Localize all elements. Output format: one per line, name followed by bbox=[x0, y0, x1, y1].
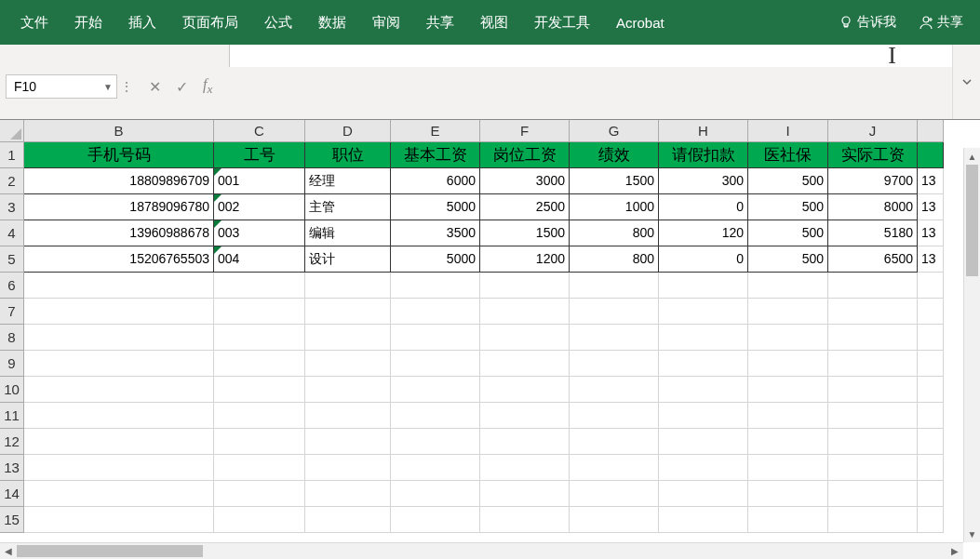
cell-G12[interactable] bbox=[570, 429, 659, 455]
cell-B11[interactable] bbox=[24, 403, 214, 429]
cell-K10[interactable] bbox=[918, 377, 944, 403]
ribbon-tab-file[interactable]: 文件 bbox=[7, 0, 61, 45]
cell-H1[interactable]: 请假扣款 bbox=[659, 142, 748, 168]
cell-J2[interactable]: 9700 bbox=[828, 168, 918, 194]
cell-F11[interactable] bbox=[480, 403, 570, 429]
col-header-J[interactable]: J bbox=[828, 120, 918, 142]
row-header-4[interactable]: 4 bbox=[0, 220, 24, 246]
row-header-14[interactable]: 14 bbox=[0, 481, 24, 507]
cell-D7[interactable] bbox=[305, 299, 391, 325]
cell-H5[interactable]: 0 bbox=[659, 246, 748, 273]
name-box[interactable]: ▼ bbox=[6, 74, 117, 99]
cell-B1[interactable]: 手机号码 bbox=[24, 142, 214, 168]
formula-bar-expand[interactable] bbox=[952, 45, 980, 119]
cell-C3[interactable]: 002 bbox=[214, 194, 305, 220]
cell-C8[interactable] bbox=[214, 325, 305, 351]
ribbon-tab-formulas[interactable]: 公式 bbox=[251, 0, 305, 45]
confirm-icon[interactable]: ✓ bbox=[176, 78, 188, 96]
cell-B14[interactable] bbox=[24, 481, 214, 507]
cell-J7[interactable] bbox=[828, 299, 918, 325]
cell-G4[interactable]: 800 bbox=[570, 220, 659, 246]
namebox-resize-handle[interactable]: ⋮ bbox=[121, 74, 132, 99]
row-header-6[interactable]: 6 bbox=[0, 273, 24, 299]
cell-H13[interactable] bbox=[659, 455, 748, 481]
cell-E9[interactable] bbox=[391, 351, 480, 377]
cell-G15[interactable] bbox=[570, 507, 659, 533]
cell-E6[interactable] bbox=[391, 273, 480, 299]
horizontal-scrollbar[interactable]: ◀ ▶ bbox=[0, 542, 963, 559]
cell-E4[interactable]: 3500 bbox=[391, 220, 480, 246]
cell-H14[interactable] bbox=[659, 481, 748, 507]
row-header-10[interactable]: 10 bbox=[0, 377, 24, 403]
cell-I12[interactable] bbox=[748, 429, 828, 455]
row-header-13[interactable]: 13 bbox=[0, 455, 24, 481]
col-header-C[interactable]: C bbox=[214, 120, 305, 142]
cell-B4[interactable]: 13960988678 bbox=[24, 220, 214, 246]
cell-D1[interactable]: 职位 bbox=[305, 142, 391, 168]
cell-G11[interactable] bbox=[570, 403, 659, 429]
col-header-F[interactable]: F bbox=[480, 120, 570, 142]
cell-F9[interactable] bbox=[480, 351, 570, 377]
cell-B8[interactable] bbox=[24, 325, 214, 351]
row-header-7[interactable]: 7 bbox=[0, 299, 24, 325]
cell-H3[interactable]: 0 bbox=[659, 194, 748, 220]
formula-input-container[interactable]: I bbox=[229, 45, 952, 67]
cell-E14[interactable] bbox=[391, 481, 480, 507]
scroll-left-icon[interactable]: ◀ bbox=[0, 543, 17, 559]
cell-C12[interactable] bbox=[214, 429, 305, 455]
cell-C7[interactable] bbox=[214, 299, 305, 325]
cell-B10[interactable] bbox=[24, 377, 214, 403]
tell-me-button[interactable]: 告诉我 bbox=[829, 0, 906, 45]
cell-K11[interactable] bbox=[918, 403, 944, 429]
scroll-down-icon[interactable]: ▼ bbox=[964, 526, 980, 542]
cell-C11[interactable] bbox=[214, 403, 305, 429]
cell-G14[interactable] bbox=[570, 481, 659, 507]
cell-I10[interactable] bbox=[748, 377, 828, 403]
cell-D4[interactable]: 编辑 bbox=[305, 220, 391, 246]
cell-E12[interactable] bbox=[391, 429, 480, 455]
cell-H7[interactable] bbox=[659, 299, 748, 325]
cell-E15[interactable] bbox=[391, 507, 480, 533]
vscroll-thumb[interactable] bbox=[966, 165, 978, 276]
cell-K13[interactable] bbox=[918, 455, 944, 481]
cell-C5[interactable]: 004 bbox=[214, 246, 305, 273]
cell-D15[interactable] bbox=[305, 507, 391, 533]
cell-D12[interactable] bbox=[305, 429, 391, 455]
cell-J14[interactable] bbox=[828, 481, 918, 507]
cell-J5[interactable]: 6500 bbox=[828, 246, 918, 273]
row-header-5[interactable]: 5 bbox=[0, 246, 24, 273]
cell-H10[interactable] bbox=[659, 377, 748, 403]
cell-D13[interactable] bbox=[305, 455, 391, 481]
cell-D6[interactable] bbox=[305, 273, 391, 299]
cell-F14[interactable] bbox=[480, 481, 570, 507]
cell-B7[interactable] bbox=[24, 299, 214, 325]
cell-E1[interactable]: 基本工资 bbox=[391, 142, 480, 168]
cell-I3[interactable]: 500 bbox=[748, 194, 828, 220]
col-header-H[interactable]: H bbox=[659, 120, 748, 142]
cell-G6[interactable] bbox=[570, 273, 659, 299]
cell-J3[interactable]: 8000 bbox=[828, 194, 918, 220]
cell-J13[interactable] bbox=[828, 455, 918, 481]
cell-I5[interactable]: 500 bbox=[748, 246, 828, 273]
ribbon-tab-home[interactable]: 开始 bbox=[61, 0, 115, 45]
cell-D3[interactable]: 主管 bbox=[305, 194, 391, 220]
hscroll-thumb[interactable] bbox=[17, 545, 203, 557]
cell-E10[interactable] bbox=[391, 377, 480, 403]
col-header-D[interactable]: D bbox=[305, 120, 391, 142]
cell-F8[interactable] bbox=[480, 325, 570, 351]
cell-F7[interactable] bbox=[480, 299, 570, 325]
cell-K5[interactable]: 13 bbox=[918, 246, 944, 273]
cell-B3[interactable]: 18789096780 bbox=[24, 194, 214, 220]
cell-E7[interactable] bbox=[391, 299, 480, 325]
cell-D2[interactable]: 经理 bbox=[305, 168, 391, 194]
cancel-icon[interactable]: ✕ bbox=[149, 78, 161, 96]
cell-G1[interactable]: 绩效 bbox=[570, 142, 659, 168]
cell-G10[interactable] bbox=[570, 377, 659, 403]
row-header-8[interactable]: 8 bbox=[0, 325, 24, 351]
cell-D9[interactable] bbox=[305, 351, 391, 377]
name-box-input[interactable] bbox=[14, 79, 88, 94]
cell-B2[interactable]: 18809896709 bbox=[24, 168, 214, 194]
cell-F10[interactable] bbox=[480, 377, 570, 403]
col-header-G[interactable]: G bbox=[570, 120, 659, 142]
ribbon-tab-developer[interactable]: 开发工具 bbox=[521, 0, 603, 45]
